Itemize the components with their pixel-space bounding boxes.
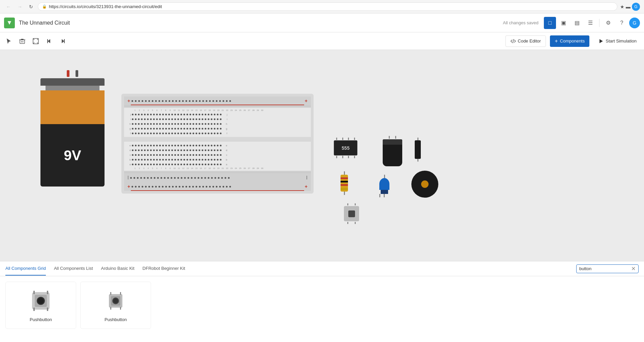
buzzer-component[interactable] bbox=[411, 171, 438, 198]
svg-rect-8 bbox=[33, 291, 35, 294]
search-clear-button[interactable]: ✕ bbox=[631, 266, 636, 272]
start-simulation-button[interactable]: Start Simulation bbox=[593, 36, 641, 47]
bb-dot bbox=[199, 145, 200, 146]
step-back-button[interactable] bbox=[43, 35, 55, 47]
rail-dot bbox=[130, 177, 132, 179]
bb-dot bbox=[168, 164, 170, 165]
toolbar-icons: □ ▣ ▤ ☰ ⚙ ? G bbox=[544, 17, 640, 29]
rail-dot bbox=[145, 186, 147, 188]
bb-dot bbox=[141, 145, 143, 146]
breadboard-row-d: dd bbox=[126, 148, 309, 152]
component-card-pushbutton-2[interactable]: Pushbutton bbox=[80, 282, 151, 329]
code-editor-button[interactable]: Code Editor bbox=[505, 35, 546, 47]
rail-dot bbox=[179, 186, 180, 188]
bb-dot bbox=[159, 154, 161, 156]
breadboard[interactable]: + + 1 2 3 4 5 6 bbox=[121, 94, 314, 194]
avatar[interactable]: G bbox=[632, 3, 640, 11]
col-num: 26 bbox=[243, 167, 246, 169]
bb-dot bbox=[132, 118, 134, 120]
bb-dot bbox=[180, 149, 182, 151]
app-logo: ▼ bbox=[4, 18, 15, 28]
rail-l-right: l bbox=[306, 175, 308, 180]
col-num: 19 bbox=[212, 109, 215, 111]
help-button[interactable]: ? bbox=[616, 17, 628, 29]
pushbutton-canvas-component[interactable] bbox=[344, 203, 359, 224]
resistor-component[interactable] bbox=[341, 171, 348, 195]
bb-dot bbox=[174, 164, 176, 165]
settings-button[interactable]: ⚙ bbox=[602, 17, 614, 29]
bb-dot bbox=[135, 159, 137, 161]
col-num: 16 bbox=[199, 109, 202, 111]
component-card-pushbutton-1[interactable]: Pushbutton bbox=[5, 282, 76, 329]
bb-dot bbox=[132, 164, 134, 165]
svg-rect-11 bbox=[47, 308, 48, 311]
forward-button[interactable]: → bbox=[16, 3, 24, 10]
rail-dot bbox=[135, 186, 137, 188]
components-button[interactable]: + Components bbox=[550, 35, 589, 47]
bb-dot bbox=[162, 128, 164, 130]
bb-dot bbox=[211, 128, 212, 130]
circuit-view-button[interactable]: □ bbox=[544, 17, 556, 29]
col-num: 29 bbox=[256, 109, 259, 111]
main-canvas[interactable]: 9V + + 1 2 3 bbox=[0, 50, 644, 261]
user-avatar[interactable]: G bbox=[629, 18, 640, 28]
bb-dot bbox=[211, 118, 212, 120]
reload-button[interactable]: ↻ bbox=[27, 3, 35, 10]
rail-dot bbox=[164, 177, 166, 179]
rail-dot bbox=[142, 186, 143, 188]
back-button[interactable]: ← bbox=[4, 3, 13, 10]
rail-dot bbox=[202, 186, 204, 188]
bb-dot bbox=[132, 154, 134, 156]
step-forward-button[interactable] bbox=[57, 35, 69, 47]
search-input[interactable] bbox=[579, 266, 630, 271]
bb-dot bbox=[217, 128, 218, 130]
bookmark-icon[interactable]: ★ bbox=[620, 3, 624, 11]
bb-dot bbox=[162, 114, 164, 115]
bb-dot bbox=[144, 154, 146, 156]
breadboard-col-numbers: 1 2 3 4 5 6 7 8 9 10 11 12 13 14 bbox=[126, 109, 309, 111]
tab-arduino-basic-kit[interactable]: Arduino Basic Kit bbox=[101, 262, 135, 276]
bb-dot bbox=[189, 133, 191, 134]
ic-555-component[interactable]: 555 bbox=[334, 138, 357, 158]
battery-component[interactable]: 9V bbox=[40, 70, 105, 187]
led-blue-component[interactable] bbox=[379, 175, 389, 197]
col-num: 6 bbox=[155, 109, 158, 111]
row-label-right: d bbox=[223, 149, 227, 151]
tab-all-components-list[interactable]: All Components List bbox=[54, 262, 93, 276]
bb-dot bbox=[193, 145, 194, 146]
bb-dot bbox=[168, 114, 170, 115]
select-tool-button[interactable] bbox=[3, 35, 15, 47]
schematic-view-button[interactable]: ▣ bbox=[557, 17, 569, 29]
list-view-button[interactable]: ☰ bbox=[584, 17, 596, 29]
rail-dot bbox=[131, 100, 133, 102]
rail-dot bbox=[192, 100, 194, 102]
svg-rect-3 bbox=[64, 39, 65, 43]
bb-dot bbox=[144, 164, 146, 165]
fit-button[interactable] bbox=[30, 35, 42, 47]
pcb-view-button[interactable]: ▤ bbox=[571, 17, 583, 29]
bb-dot bbox=[211, 114, 212, 115]
extensions-icon[interactable]: ▬ bbox=[626, 3, 631, 11]
bb-dot bbox=[217, 164, 218, 165]
rail-dot bbox=[138, 186, 140, 188]
tab-all-components-grid[interactable]: All Components Grid bbox=[5, 262, 46, 276]
breadboard-rows-bottom: eeddccbbaa bbox=[126, 143, 309, 167]
tab-dfrobot-beginner-kit[interactable]: DFRobot Beginner Kit bbox=[143, 262, 185, 276]
row-dots bbox=[132, 128, 222, 130]
rail-dot bbox=[228, 177, 230, 179]
save-status: All changes saved bbox=[503, 20, 538, 25]
bb-dot bbox=[165, 133, 167, 134]
small-component[interactable] bbox=[415, 138, 421, 162]
bb-dot bbox=[214, 145, 215, 146]
bb-dot bbox=[177, 164, 179, 165]
delete-button[interactable] bbox=[16, 35, 28, 47]
bb-dot bbox=[189, 123, 191, 125]
bb-dot bbox=[205, 154, 206, 156]
col-num: 24 bbox=[234, 109, 237, 111]
row-dots bbox=[132, 164, 222, 165]
col-num: 20 bbox=[217, 167, 220, 169]
url-bar[interactable]: 🔒 https://circuits.io/circuits/3213931-t… bbox=[38, 2, 617, 11]
col-num: 13 bbox=[186, 109, 189, 111]
rail-dot bbox=[189, 186, 191, 188]
capacitor-large-component[interactable] bbox=[383, 136, 402, 166]
